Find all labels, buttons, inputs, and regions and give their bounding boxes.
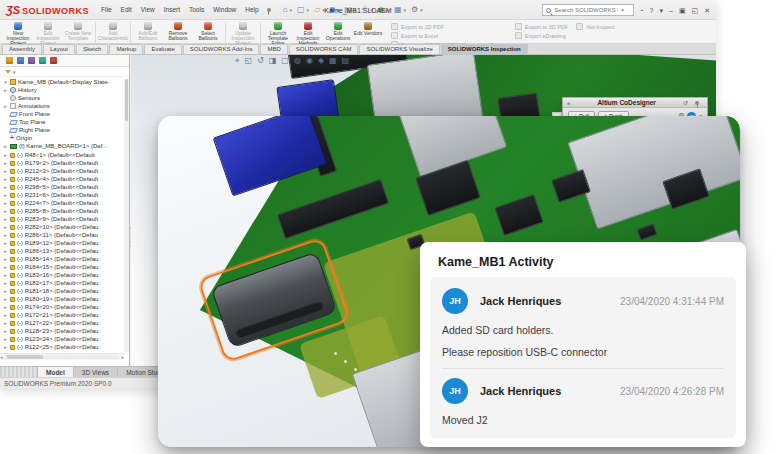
close-icon[interactable]: ✕ <box>704 7 710 14</box>
expand-arrow-icon[interactable]: ▸ <box>3 143 8 149</box>
tree-item-component[interactable]: ▸ (-) R186<13> (Default<<Defau <box>3 247 129 255</box>
save-icon[interactable]: ◙ <box>330 6 335 14</box>
ribbon-button[interactable]: Add/Edit Balloons <box>133 21 163 46</box>
pin-panel-icon[interactable] <box>695 101 699 105</box>
pin-menubar-icon[interactable] <box>267 8 271 12</box>
displaymanager-tab[interactable] <box>50 57 57 64</box>
refresh-icon[interactable]: ↺ <box>683 99 688 106</box>
tree-item-component[interactable]: ▸ (-) R286<11> (Default<<Defau <box>3 231 129 239</box>
caret-down-icon[interactable]: ▾ <box>337 7 340 13</box>
view-settings-icon[interactable]: ▤ <box>342 57 350 65</box>
expand-arrow-icon[interactable]: ▸ <box>3 256 8 262</box>
print-icon[interactable]: ▤ <box>344 6 352 14</box>
export-menu-item[interactable]: Export to Excel <box>391 32 507 39</box>
scroll-right-icon[interactable]: ▸ <box>121 354 124 360</box>
expand-arrow-icon[interactable]: ▸ <box>3 176 8 182</box>
scroll-left-icon[interactable]: ◂ <box>0 354 3 360</box>
commandmanager-tab[interactable]: Evaluate <box>144 44 181 54</box>
home-icon[interactable]: ⌂ <box>283 6 288 14</box>
tree-horizontal-scrollbar[interactable]: ◂ ▸ <box>0 353 124 360</box>
tree-item-component[interactable]: ▸ (-) R283<9> (Default<<Default <box>3 215 129 223</box>
search-caret-icon[interactable]: ▾ <box>621 7 624 13</box>
expand-arrow-icon[interactable]: ▸ <box>3 232 8 238</box>
commandmanager-tab[interactable]: SOLIDWORKS Visualize <box>359 44 439 54</box>
menu-item[interactable]: Edit <box>121 6 132 13</box>
tree-item-component[interactable]: ▸ (-) R285<8> (Default<<Default <box>3 207 129 215</box>
menu-item[interactable]: Window <box>213 6 236 13</box>
menu-item[interactable]: Help <box>245 6 258 13</box>
export-menu-item[interactable]: Export to 2D PDF <box>391 23 507 30</box>
commandmanager-tab[interactable]: SOLIDWORKS Inspection <box>441 44 528 54</box>
tree-item-component[interactable]: ▸ (-) R231<6> (Default<<Default <box>3 191 129 199</box>
menu-item[interactable]: View <box>141 6 155 13</box>
caret-down-icon[interactable]: ▾ <box>370 7 373 13</box>
caret-down-icon[interactable]: ▾ <box>290 7 293 13</box>
undo-icon[interactable]: ↶ <box>361 6 368 14</box>
tree-item-component[interactable]: ▸ (-) R48<1> (Default<<Default <box>3 151 129 159</box>
tree-item[interactable]: Top Plane <box>3 118 129 126</box>
help-caret-icon[interactable]: ▾ <box>659 7 663 14</box>
expand-arrow-icon[interactable]: ▸ <box>3 168 8 174</box>
expand-arrow-icon[interactable]: ▸ <box>3 216 8 222</box>
minimize-icon[interactable]: – <box>669 7 673 14</box>
tree-filter[interactable]: ▾ <box>0 67 129 77</box>
caret-down-icon[interactable]: ▾ <box>307 7 310 13</box>
expand-arrow-icon[interactable]: ▸ <box>3 208 8 214</box>
ribbon-button[interactable]: Launch Template Editor <box>263 21 293 46</box>
commandmanager-tab[interactable]: Assembly <box>2 44 42 54</box>
edit-appearance-icon[interactable]: ◈ <box>318 57 324 65</box>
tree-item-component[interactable]: ▸ (-) R185<14> (Default<<Defau <box>3 255 129 263</box>
maximize-icon[interactable]: ▣ <box>679 7 686 14</box>
ribbon-button[interactable]: Remove Balloons <box>163 21 193 46</box>
section-view-icon[interactable]: ◨ <box>269 57 277 65</box>
ribbon-button[interactable]: Create New Template <box>63 21 93 46</box>
expand-arrow-icon[interactable]: ▸ <box>3 336 8 342</box>
ribbon-button[interactable]: Edit Vendors <box>353 21 383 46</box>
tree-item-component[interactable]: ▸ (-) R212<3> (Default<<Default <box>3 167 129 175</box>
display-style-icon[interactable]: ◍ <box>294 57 301 65</box>
menu-item[interactable]: Insert <box>164 6 180 13</box>
tree-item-component[interactable]: ▸ (-) R282<10> (Default<<Defau <box>3 223 129 231</box>
help-search[interactable]: ▾ <box>542 4 634 16</box>
menu-item[interactable]: Tools <box>189 6 204 13</box>
help-icon[interactable]: ? <box>650 7 654 14</box>
configurationmanager-tab[interactable] <box>28 57 35 64</box>
expand-arrow-icon[interactable]: ▸ <box>3 296 8 302</box>
caret-down-icon[interactable]: ▾ <box>420 7 423 13</box>
tree-item-component[interactable]: ▸ (-) R184<15> (Default<<Defau <box>3 263 129 271</box>
expand-arrow-icon[interactable]: ▸ <box>3 103 8 109</box>
dimxpertmanager-tab[interactable] <box>39 57 46 64</box>
cascade-icon[interactable]: ◱ <box>692 7 699 14</box>
commandmanager-tab[interactable]: Markup <box>109 44 143 54</box>
search-input[interactable] <box>554 7 618 13</box>
collapse-icon[interactable]: « <box>567 100 570 106</box>
expand-arrow-icon[interactable]: ▸ <box>3 288 8 294</box>
ribbon-button[interactable] <box>225 22 226 45</box>
propertymanager-tab[interactable] <box>17 57 24 64</box>
commandmanager-tab[interactable]: Sketch <box>76 44 108 54</box>
zoom-to-fit-icon[interactable]: ⌖ <box>235 57 240 65</box>
model-tab[interactable]: 3D Views <box>74 367 118 377</box>
apply-scene-icon[interactable]: ▦ <box>329 57 337 65</box>
open-file-icon[interactable]: ▱ <box>314 6 320 14</box>
commandmanager-tab[interactable]: MBD <box>260 44 287 54</box>
tree-item[interactable]: Sensors <box>3 94 129 102</box>
user-icon[interactable]: ◔ <box>639 7 643 14</box>
expand-arrow-icon[interactable]: ▸ <box>3 304 8 310</box>
ribbon-button[interactable]: Edit Inspection Methods <box>293 21 323 46</box>
caret-down-icon[interactable]: ▾ <box>354 7 357 13</box>
expand-arrow-icon[interactable]: ▸ <box>3 224 8 230</box>
expand-arrow-icon[interactable]: ▸ <box>3 200 8 206</box>
tree-item-component[interactable]: ▸ (-) R298<5> (Default<<Default <box>3 183 129 191</box>
tree-item-component[interactable]: ▸ (-) R123<24> (Default<<Defau <box>3 335 129 343</box>
commandmanager-tab[interactable]: SOLIDWORKS Add-Ins <box>183 44 260 54</box>
ribbon-button[interactable]: Edit Inspection Project <box>33 21 63 46</box>
expand-arrow-icon[interactable]: ▸ <box>3 344 8 350</box>
tree-item-component[interactable]: ▸ (-) R189<12> (Default<<Defau <box>3 239 129 247</box>
expand-arrow-icon[interactable]: ▸ <box>3 87 8 93</box>
rebuild-icon[interactable]: ◉ <box>377 6 384 14</box>
ribbon-button[interactable] <box>260 22 261 45</box>
expand-arrow-icon[interactable]: ▸ <box>3 264 8 270</box>
caret-down-icon[interactable]: ▾ <box>386 7 389 13</box>
new-file-icon[interactable]: ▢ <box>297 6 305 14</box>
